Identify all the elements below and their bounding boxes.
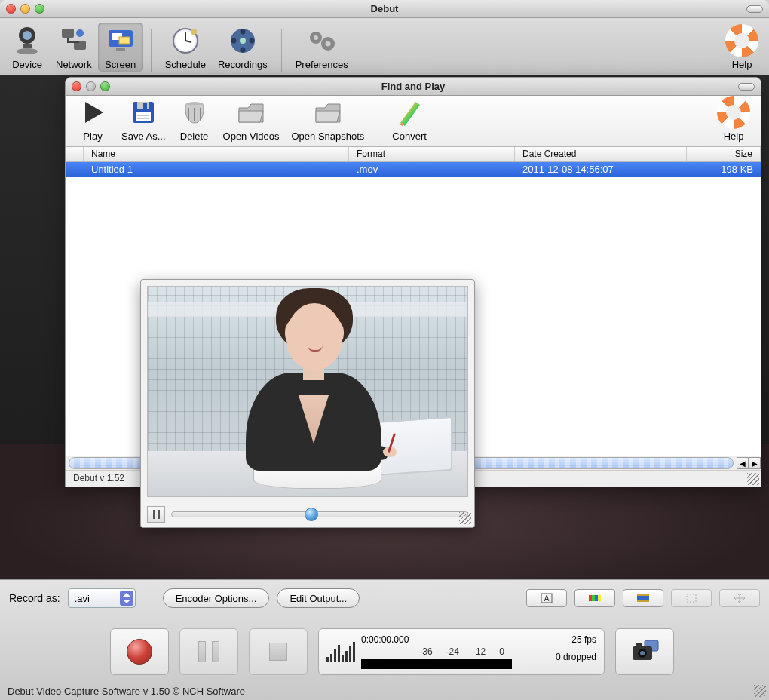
- fps-readout: 25 fps: [571, 634, 596, 645]
- svg-rect-41: [636, 643, 642, 647]
- delete-button[interactable]: Delete: [172, 94, 217, 143]
- network-button[interactable]: Network: [50, 23, 98, 72]
- close-icon[interactable]: [72, 81, 81, 91]
- filmreel-icon: [226, 24, 259, 57]
- saveas-button[interactable]: Save As...: [115, 94, 172, 143]
- svg-rect-4: [62, 29, 74, 38]
- network-label: Network: [56, 59, 92, 70]
- encoder-options-button[interactable]: Encoder Options...: [163, 588, 270, 608]
- svg-point-18: [240, 29, 245, 35]
- openvideos-button[interactable]: Open Videos: [217, 94, 286, 143]
- col-size[interactable]: Size: [687, 147, 761, 161]
- opensnapshots-button[interactable]: Open Snapshots: [285, 94, 370, 143]
- help-icon: [725, 24, 758, 57]
- effects-button[interactable]: [623, 589, 663, 607]
- device-button[interactable]: Device: [5, 23, 50, 72]
- close-icon[interactable]: [6, 4, 16, 14]
- svg-rect-31: [595, 595, 598, 601]
- toolbar-separator: [281, 29, 282, 72]
- play-button[interactable]: Play: [70, 94, 115, 143]
- camera-icon: [630, 639, 660, 665]
- findplay-help-button[interactable]: Help: [711, 94, 756, 143]
- recordings-button[interactable]: Recordings: [212, 23, 274, 72]
- svg-rect-35: [637, 600, 649, 602]
- resize-grip-icon[interactable]: [459, 512, 471, 524]
- findplay-toolbar: Play Save As... Delete Open Videos Open …: [66, 96, 761, 147]
- svg-point-24: [314, 35, 318, 40]
- slider-knob-icon[interactable]: [305, 508, 318, 521]
- format-value: .avi: [75, 593, 90, 604]
- play-label: Play: [83, 130, 102, 142]
- findplay-titlebar[interactable]: Find and Play: [66, 78, 761, 96]
- minimize-icon[interactable]: [86, 81, 96, 91]
- table-row[interactable]: Untitled 1 .mov 2011-12-08 14:56:07 198 …: [66, 162, 761, 177]
- pause-button[interactable]: [179, 628, 238, 675]
- db-mark: -12: [473, 646, 486, 657]
- convert-icon: [393, 96, 426, 129]
- svg-rect-45: [136, 112, 151, 121]
- svg-rect-36: [687, 594, 696, 602]
- traffic-lights: [72, 81, 110, 91]
- openvideos-label: Open Videos: [223, 130, 280, 142]
- svg-point-3: [17, 48, 38, 54]
- folder-icon: [234, 96, 268, 129]
- cell-name: Untitled 1: [84, 162, 349, 177]
- text-overlay-button[interactable]: A: [526, 589, 567, 607]
- svg-point-40: [640, 651, 645, 655]
- zoom-icon[interactable]: [100, 81, 110, 91]
- screen-icon: [104, 24, 137, 57]
- svg-text:A: A: [544, 594, 550, 603]
- svg-rect-30: [592, 595, 595, 601]
- preferences-button[interactable]: Preferences: [290, 23, 354, 72]
- svg-rect-34: [637, 594, 649, 596]
- svg-point-21: [249, 38, 254, 44]
- toolbar-pill-icon[interactable]: [746, 5, 763, 13]
- traffic-lights: [6, 4, 44, 14]
- stepper-icon: [120, 591, 133, 606]
- player-controls: [141, 503, 474, 526]
- dropped-readout: 0 dropped: [556, 652, 596, 662]
- record-button[interactable]: [110, 628, 169, 675]
- resize-grip-icon[interactable]: [754, 685, 766, 697]
- svg-point-20: [231, 38, 236, 44]
- zoom-icon[interactable]: [35, 4, 44, 14]
- move-button[interactable]: [719, 589, 760, 607]
- schedule-button[interactable]: Schedule: [159, 23, 212, 72]
- seek-slider[interactable]: [171, 511, 468, 517]
- help-label: Help: [732, 59, 752, 70]
- svg-point-17: [240, 38, 246, 44]
- main-toolbar: Device Network Screen Schedule Recordin: [0, 18, 769, 75]
- recordas-label: Record as:: [9, 592, 60, 604]
- svg-rect-2: [23, 44, 32, 48]
- equalizer-icon: [326, 642, 355, 662]
- col-format[interactable]: Format: [349, 147, 515, 161]
- format-select[interactable]: .avi: [68, 588, 136, 608]
- col-date[interactable]: Date Created: [515, 147, 687, 161]
- stop-button[interactable]: [249, 628, 308, 675]
- preview-player[interactable]: [140, 279, 475, 528]
- svg-rect-29: [589, 595, 592, 601]
- edit-output-button[interactable]: Edit Output...: [277, 588, 360, 608]
- col-name[interactable]: Name: [84, 147, 349, 161]
- help-button[interactable]: Help: [719, 23, 764, 72]
- player-pause-button[interactable]: [147, 506, 165, 523]
- snapshot-button[interactable]: [615, 628, 674, 675]
- main-titlebar[interactable]: Debut: [0, 0, 769, 18]
- toolbar-separator: [151, 29, 152, 72]
- crop-button[interactable]: [671, 589, 712, 607]
- minimize-icon[interactable]: [20, 4, 30, 14]
- color-adjust-button[interactable]: [574, 589, 615, 607]
- device-label: Device: [12, 59, 42, 70]
- resize-grip-icon[interactable]: [747, 473, 759, 485]
- db-mark: -24: [446, 646, 459, 657]
- col-spacer: [66, 147, 84, 161]
- convert-button[interactable]: Convert: [386, 94, 433, 143]
- screen-button[interactable]: Screen: [98, 23, 143, 72]
- main-window: Debut Device Network Screen Sche: [0, 0, 769, 700]
- help-label: Help: [724, 130, 744, 142]
- preview-video: [147, 286, 468, 497]
- scroll-right-icon[interactable]: ▶: [749, 457, 761, 469]
- cell-size: 198 KB: [687, 162, 761, 177]
- scroll-left-icon[interactable]: ◀: [737, 457, 749, 469]
- toolbar-pill-icon[interactable]: [738, 83, 755, 91]
